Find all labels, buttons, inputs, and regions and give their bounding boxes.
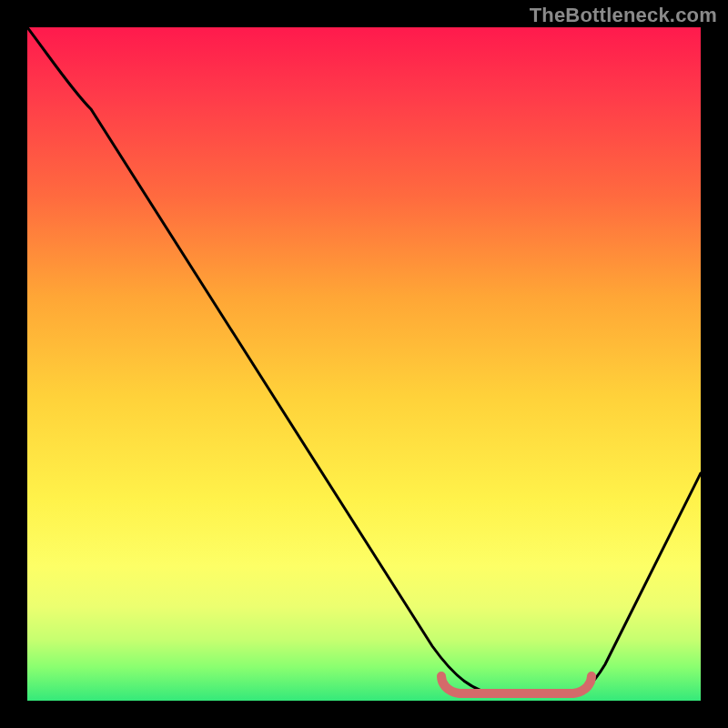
chart-svg <box>27 27 701 701</box>
bottleneck-curve-line <box>27 27 701 696</box>
optimal-band-marker <box>441 676 592 693</box>
plot-area <box>27 27 701 701</box>
chart-frame: TheBottleneck.com <box>0 0 728 728</box>
watermark-text: TheBottleneck.com <box>530 4 717 27</box>
